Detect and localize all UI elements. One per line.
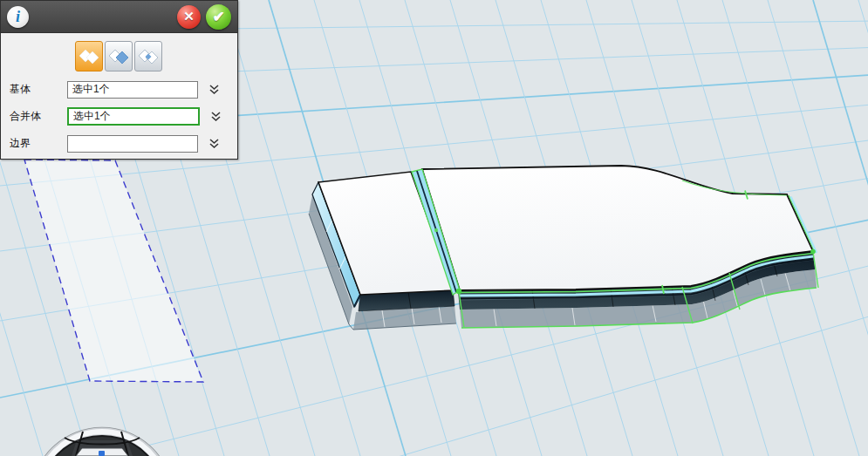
base-expand-button[interactable] — [208, 84, 220, 96]
confirm-button[interactable]: ✔ — [206, 4, 231, 30]
viewport-3d[interactable]: i3DOne.com — [0, 0, 868, 456]
info-icon[interactable]: i — [7, 6, 29, 28]
field-row-boundary: 边界 — [10, 134, 230, 153]
intersect-icon — [138, 49, 159, 65]
subtract-icon — [108, 49, 129, 65]
vertex-dot — [456, 289, 461, 294]
intersect-operation-button[interactable] — [134, 41, 162, 71]
merge-expand-button[interactable] — [210, 111, 222, 123]
double-chevron-down-icon — [210, 111, 222, 123]
nav-ball-axis-dot[interactable] — [99, 451, 105, 456]
cancel-button[interactable]: ✕ — [177, 5, 201, 29]
boundary-input[interactable] — [67, 135, 198, 153]
dialog-titlebar[interactable]: i ✕ ✔ — [1, 1, 237, 33]
merge-body-input[interactable] — [67, 107, 200, 126]
boundary-expand-button[interactable] — [208, 138, 220, 150]
subtract-operation-button[interactable] — [105, 41, 133, 71]
base-body-label: 基体 — [10, 82, 67, 97]
base-body-input[interactable] — [67, 81, 198, 99]
field-row-base: 基体 — [10, 80, 230, 99]
field-row-merge: 合并体 — [10, 107, 230, 126]
vertex-dot — [810, 249, 816, 255]
vertex-dot — [434, 228, 438, 232]
double-chevron-down-icon — [208, 138, 220, 150]
union-operation-button[interactable] — [75, 41, 103, 71]
union-icon — [79, 49, 99, 65]
boundary-label: 边界 — [10, 136, 67, 151]
boolean-combine-dialog: i ✕ ✔ — [0, 0, 238, 160]
double-chevron-down-icon — [208, 84, 220, 96]
boolean-op-toolbar — [75, 41, 237, 71]
merge-body-label: 合并体 — [10, 109, 67, 124]
